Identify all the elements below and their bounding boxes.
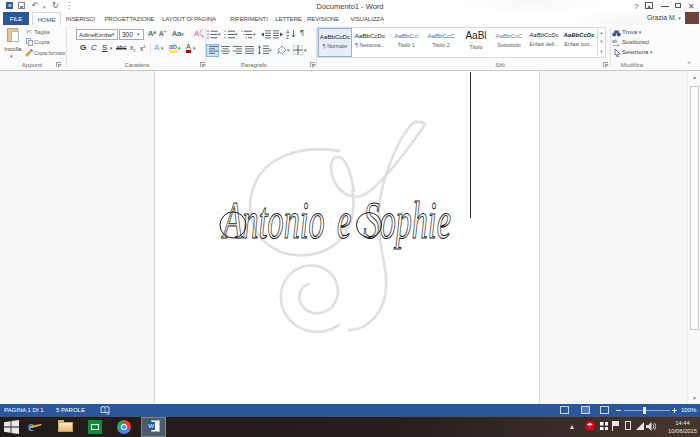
svg-text:ab: ab <box>612 39 618 44</box>
svg-text:Z: Z <box>286 34 289 39</box>
svg-text:Antonio e Sophie: Antonio e Sophie <box>221 192 451 249</box>
